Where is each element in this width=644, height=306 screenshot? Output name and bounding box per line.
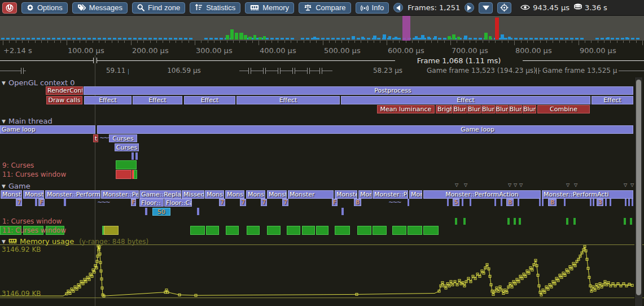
zone[interactable]: Monst	[205, 190, 224, 199]
zone[interactable]: Mean luminance	[377, 105, 435, 113]
plot-box[interactable]	[116, 170, 132, 179]
zone[interactable]: Monster::PerformActi	[542, 190, 633, 199]
zone-tick[interactable]	[494, 199, 496, 206]
section-header-memory[interactable]: ▼Memory usage(y-range: 848 bytes)	[2, 237, 148, 246]
memory-button[interactable]: Memory	[245, 2, 294, 14]
plot-box[interactable]	[226, 226, 239, 235]
plot-box[interactable]	[206, 226, 219, 235]
zone[interactable]: Monste	[23, 190, 44, 199]
frame-separator[interactable]	[536, 68, 539, 74]
zone[interactable]: F	[38, 199, 45, 206]
time-axis[interactable]: +2.14 s100.00 µs200.00 µs300.00 µs400.00…	[0, 41, 644, 55]
zone-tick[interactable]	[518, 199, 519, 206]
zone-tick[interactable]	[341, 208, 344, 215]
frame-separator[interactable]	[21, 68, 24, 74]
plot-box[interactable]	[423, 226, 439, 235]
zone[interactable]: 8	[506, 199, 514, 206]
zone-tick[interactable]	[145, 208, 147, 215]
zone-tick[interactable]	[470, 199, 471, 206]
plot-box[interactable]	[408, 226, 422, 235]
zone-tick[interactable]	[455, 218, 457, 225]
plot-box[interactable]	[392, 226, 406, 235]
plot-box[interactable]	[302, 226, 315, 235]
frame-marker-rows[interactable]: Frame 1,068 (1.11 ms)92.33 µs59.11 µs106…	[0, 55, 644, 76]
zone-tick[interactable]	[566, 218, 568, 225]
zone[interactable]: Monster	[288, 190, 334, 199]
message-marker-icon[interactable]: ▽	[624, 183, 627, 187]
frame-separator[interactable]	[307, 68, 310, 74]
message-marker-icon[interactable]: ▽	[630, 183, 634, 187]
zone[interactable]: Curses	[115, 143, 139, 151]
frame-separator[interactable]	[263, 68, 266, 74]
zone[interactable]: ti	[93, 134, 98, 142]
zone[interactable]: Blur	[453, 105, 467, 113]
zone[interactable]: Blur	[467, 105, 481, 113]
zone[interactable]: Monster::Pe	[101, 190, 139, 199]
compare-button[interactable]: Compare	[299, 2, 351, 14]
zone[interactable]: Blur	[496, 105, 509, 113]
zone[interactable]: Mons	[409, 190, 422, 199]
zone[interactable]: 8	[354, 199, 361, 206]
messages-button[interactable]: Messages	[72, 2, 128, 14]
frame-separator[interactable]	[292, 68, 295, 74]
plot-box[interactable]	[104, 226, 119, 235]
plot-box[interactable]	[134, 170, 137, 179]
zone[interactable]: Curses	[109, 134, 137, 142]
zone[interactable]: Monst	[246, 190, 265, 199]
zone-tick[interactable]	[501, 199, 502, 206]
plot-box[interactable]	[116, 160, 137, 169]
plot-box[interactable]	[316, 226, 328, 235]
zone[interactable]: Blur	[523, 105, 536, 113]
zone[interactable]: Effect	[84, 96, 132, 104]
go-to-frame-button[interactable]	[479, 2, 493, 14]
section-header[interactable]: ▼Game	[2, 182, 30, 190]
message-marker-icon[interactable]: ▽	[574, 183, 577, 187]
zone[interactable]: Brigh	[436, 105, 452, 113]
message-marker-icon[interactable]: ▽	[519, 183, 523, 187]
zone[interactable]: Game loop	[0, 125, 95, 134]
zone-tick[interactable]	[605, 199, 607, 206]
zone[interactable]: Monster::Pe	[373, 190, 408, 199]
section-header[interactable]: ▼OpenGL context 0	[2, 78, 75, 87]
zone-tick[interactable]	[539, 199, 541, 206]
zone[interactable]: 3	[597, 199, 603, 206]
zone[interactable]: RenderCont	[46, 86, 83, 95]
zone[interactable]: 50	[152, 208, 170, 216]
zone-tick[interactable]	[630, 218, 632, 225]
message-marker-icon[interactable]: ▽	[566, 183, 569, 187]
zone[interactable]: Floor::Calc	[164, 199, 192, 207]
message-marker-icon[interactable]: ▽	[464, 183, 467, 187]
zone[interactable]: 7	[16, 199, 22, 206]
zone[interactable]: 7	[261, 199, 267, 206]
zone-tick[interactable]	[632, 199, 633, 206]
zone-tick[interactable]	[590, 199, 592, 206]
zone[interactable]: Floor::	[139, 199, 164, 207]
zone[interactable]: Monste	[1, 190, 22, 199]
options-button[interactable]: Options	[21, 2, 68, 14]
zone-tick[interactable]	[519, 218, 521, 225]
zone-tick[interactable]	[624, 218, 626, 225]
zone-tick[interactable]	[573, 218, 576, 225]
frame-separator[interactable]	[278, 68, 281, 74]
zone-tick[interactable]	[132, 152, 134, 160]
zone-tick[interactable]	[197, 208, 199, 215]
zone[interactable]: Missed	[182, 190, 204, 199]
zone-tick[interactable]	[408, 199, 409, 206]
plot-box[interactable]	[357, 226, 371, 235]
zone-tick[interactable]	[542, 199, 544, 206]
zone-tick[interactable]	[514, 218, 516, 225]
zone[interactable]: Effect	[184, 96, 235, 104]
zone-tick[interactable]	[625, 199, 627, 206]
shutdown-button[interactable]	[2, 2, 17, 14]
zone-tick[interactable]	[610, 199, 611, 206]
vertical-scrollbar[interactable]	[634, 77, 642, 306]
plot-label[interactable]: 11: Curses window	[2, 171, 66, 178]
statistics-button[interactable]: Statistics	[190, 2, 240, 14]
zone[interactable]: Game loop	[97, 125, 633, 134]
zone[interactable]: Effect	[341, 96, 590, 104]
zone[interactable]: Monste	[335, 190, 357, 199]
zone-tick[interactable]	[564, 199, 566, 206]
zone-tick[interactable]	[463, 218, 466, 225]
plot-box[interactable]	[190, 226, 205, 235]
next-frame-button[interactable]	[465, 3, 474, 12]
